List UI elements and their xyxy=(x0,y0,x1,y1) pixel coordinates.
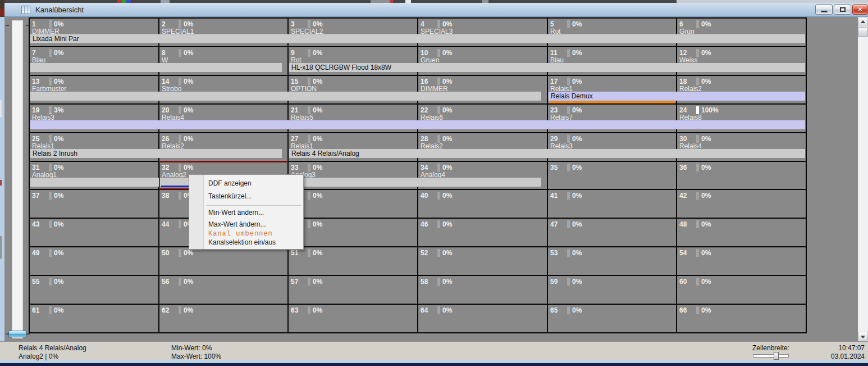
statusbar: Relais 4 Relais/Analog Analog2 | 0% Min-… xyxy=(0,341,868,360)
channel-value-percent: 0% xyxy=(572,164,582,171)
device-bar[interactable]: Lixada Mini Par xyxy=(30,34,805,43)
titlebar[interactable]: Kanalübersicht ✕ xyxy=(4,3,868,17)
channel-value-percent: 0% xyxy=(54,135,63,143)
channel-value-indicator xyxy=(567,249,570,257)
context-menu-item[interactable]: DDF anzeigen xyxy=(189,177,303,190)
context-menu-item[interactable]: Max-Wert ändern... xyxy=(189,219,303,230)
channel-value-indicator xyxy=(567,49,570,57)
fader-tick-mark xyxy=(6,333,9,335)
channel-cell-56[interactable]: 560% xyxy=(159,276,287,304)
channel-cell-35[interactable]: 350% xyxy=(548,162,676,189)
master-fader-track[interactable] xyxy=(12,20,23,338)
channel-cell-36[interactable]: 360% xyxy=(677,162,806,189)
channel-value-percent: 0% xyxy=(184,49,193,57)
device-bar[interactable] xyxy=(30,120,805,129)
channel-value-indicator xyxy=(437,135,440,143)
channel-value-percent: 0% xyxy=(701,20,711,28)
channel-value-percent: 0% xyxy=(572,78,582,85)
channel-cell-37[interactable]: 370% xyxy=(30,190,158,218)
channel-number: 38 xyxy=(162,192,169,200)
cell-width-slider[interactable] xyxy=(753,354,789,358)
device-bar[interactable] xyxy=(30,92,541,101)
channel-cell-41[interactable]: 410% xyxy=(548,190,676,218)
channel-cell-42[interactable]: 420% xyxy=(677,190,806,218)
channel-value-indicator xyxy=(696,164,699,171)
channel-cell-65[interactable]: 650% xyxy=(548,305,676,332)
context-menu-item[interactable]: Kanalselektion ein/aus xyxy=(189,238,303,247)
vertical-scrollbar[interactable] xyxy=(858,17,868,341)
channel-cell-66[interactable]: 660% xyxy=(677,305,806,332)
context-menu-item[interactable]: Min-Wert ändern... xyxy=(189,206,303,219)
channel-value-percent: 0% xyxy=(54,49,63,57)
channel-cell-59[interactable]: 590% xyxy=(548,276,676,304)
context-menu-item[interactable]: Tastenkürzel... xyxy=(189,190,303,202)
channel-cell-43[interactable]: 430% xyxy=(30,219,158,246)
channel-value-indicator xyxy=(308,106,310,114)
channel-cell-51[interactable]: 510% xyxy=(289,247,417,275)
context-menu-item[interactable]: Kanal umbennen xyxy=(189,230,303,238)
channel-value-indicator xyxy=(567,164,570,171)
channel-value-indicator xyxy=(437,164,440,171)
channel-number: 26 xyxy=(162,135,169,143)
channel-number: 1 xyxy=(32,20,36,28)
channel-value-percent: 0% xyxy=(572,135,582,143)
device-bar[interactable]: Relais 2 Inrush xyxy=(30,149,282,158)
device-bar[interactable]: HL-x18 QCLRGBW Flood 18x8W xyxy=(289,63,805,72)
master-fader-thumb[interactable] xyxy=(8,331,26,337)
channel-cell-50[interactable]: 500% xyxy=(159,247,287,275)
channel-cell-52[interactable]: 520% xyxy=(418,247,547,275)
channel-number: 5 xyxy=(550,20,554,28)
channel-cell-58[interactable]: 580% xyxy=(418,276,547,304)
channel-number: 41 xyxy=(550,192,558,200)
device-bar-label: Lixada Mini Par xyxy=(33,34,79,43)
channel-cell-46[interactable]: 460% xyxy=(418,219,547,246)
channel-number: 40 xyxy=(421,192,428,200)
cell-width-slider-thumb[interactable] xyxy=(774,352,779,360)
channel-value-percent: 0% xyxy=(701,78,711,85)
channel-cell-57[interactable]: 570% xyxy=(289,276,417,304)
channel-value-percent: 0% xyxy=(572,249,582,257)
channel-cell-40[interactable]: 400% xyxy=(418,190,547,218)
channel-number: 7 xyxy=(32,49,36,57)
channel-number: 25 xyxy=(32,135,39,143)
channel-value-percent: 0% xyxy=(442,135,452,143)
channel-value-indicator xyxy=(696,249,699,257)
channel-cell-55[interactable]: 550% xyxy=(30,276,158,304)
channel-cell-48[interactable]: 480% xyxy=(677,219,806,246)
channel-value-indicator xyxy=(696,78,699,85)
channel-overview-content: 10%DIMMER20%SPECIAL130%SPECIAL240%SPECIA… xyxy=(4,17,868,341)
scroll-up-button[interactable] xyxy=(858,17,868,26)
device-bar[interactable]: Relais Demux xyxy=(549,92,805,101)
channel-cell-49[interactable]: 490% xyxy=(30,247,158,275)
device-bar[interactable]: Relais 4 Relais/Analog xyxy=(289,149,805,158)
channel-cell-61[interactable]: 610% xyxy=(30,305,158,332)
channel-cell-62[interactable]: 620% xyxy=(159,305,287,332)
channel-value-percent: 0% xyxy=(184,164,193,171)
channel-value-indicator xyxy=(437,78,440,85)
channel-value-indicator xyxy=(179,192,181,200)
channel-cell-45[interactable]: 450% xyxy=(289,219,417,246)
window-title: Kanalübersicht xyxy=(35,3,84,17)
channel-value-indicator xyxy=(49,49,52,57)
channel-cell-64[interactable]: 640% xyxy=(418,305,547,332)
minimize-button[interactable] xyxy=(815,4,833,15)
channel-number: 18 xyxy=(679,78,687,85)
channel-number: 2 xyxy=(162,20,166,28)
background-fragment xyxy=(0,180,2,186)
clock-time: 10:47:07 xyxy=(808,344,865,352)
channel-number: 22 xyxy=(421,106,428,114)
close-button[interactable]: ✕ xyxy=(852,4,868,15)
scrollbar-thumb[interactable] xyxy=(858,27,868,37)
channel-value-indicator xyxy=(49,220,52,228)
scroll-down-button[interactable] xyxy=(858,332,868,341)
channel-cell-53[interactable]: 530% xyxy=(548,247,676,275)
channel-value-percent: 0% xyxy=(184,78,193,85)
channel-cell-47[interactable]: 470% xyxy=(548,219,676,246)
channel-cell-54[interactable]: 540% xyxy=(677,247,806,275)
maximize-button[interactable] xyxy=(834,4,851,15)
channel-cell-63[interactable]: 630% xyxy=(289,305,417,332)
channel-cell-60[interactable]: 600% xyxy=(677,276,806,304)
channel-cell-39[interactable]: 390% xyxy=(289,190,417,218)
device-bar[interactable] xyxy=(30,63,282,72)
channel-number: 29 xyxy=(550,135,558,143)
